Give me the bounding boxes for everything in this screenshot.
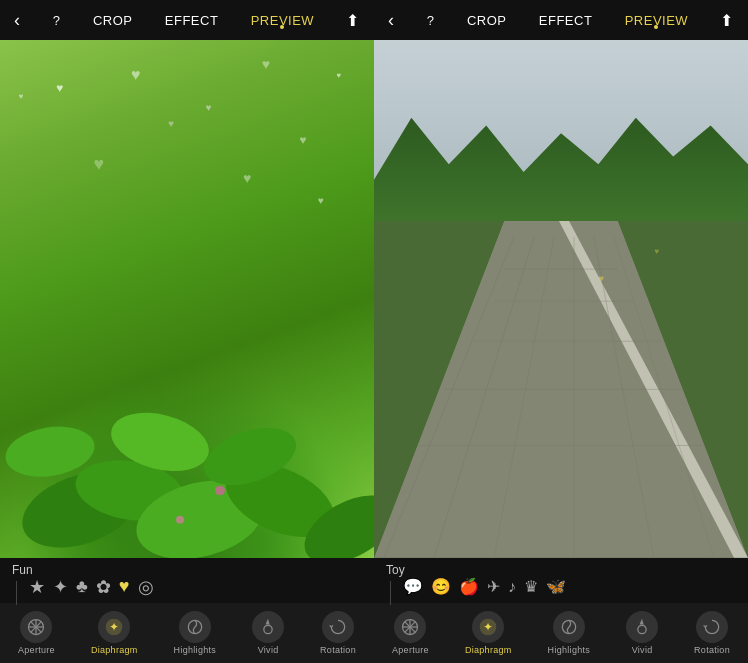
left-effect-btn[interactable]: EFFECT xyxy=(159,9,225,32)
right-filter-crown[interactable]: ♛ xyxy=(524,577,538,596)
right-panel: ‹ ? CROP EFFECT PREVIEW ⬆ xyxy=(374,0,748,663)
right-filter-apple[interactable]: 🍎 xyxy=(459,577,479,596)
right-tool-highlights[interactable]: Highlights xyxy=(548,611,591,655)
right-diaphragm-label: Diaphragm xyxy=(465,645,512,655)
left-panel: ‹ ? CROP EFFECT PREVIEW ⬆ ♥ ♥ ♥ ♥ ♥ ♥ ♥ xyxy=(0,0,374,663)
left-highlights-icon xyxy=(179,611,211,643)
left-top-nav: ‹ ? CROP EFFECT PREVIEW ⬆ xyxy=(0,0,374,40)
left-filter-club[interactable]: ♣ xyxy=(76,576,88,597)
left-rotation-label: Rotation xyxy=(320,645,356,655)
right-preview-btn[interactable]: PREVIEW xyxy=(619,9,694,32)
left-crop-btn[interactable]: CROP xyxy=(87,9,139,32)
right-rotation-label: Rotation xyxy=(694,645,730,655)
right-aperture-icon xyxy=(394,611,426,643)
right-effect-btn[interactable]: EFFECT xyxy=(533,9,599,32)
left-preview-btn[interactable]: PREVIEW xyxy=(245,9,320,32)
left-vivid-label: Vivid xyxy=(258,645,279,655)
right-tool-diaphragm[interactable]: ✦ Diaphragm xyxy=(465,611,512,655)
left-diaphragm-label: Diaphragm xyxy=(91,645,138,655)
left-highlights-label: Highlights xyxy=(174,645,217,655)
right-vivid-label: Vivid xyxy=(632,645,653,655)
left-aperture-icon xyxy=(20,611,52,643)
right-tool-aperture[interactable]: Aperture xyxy=(392,611,429,655)
right-vivid-icon xyxy=(626,611,658,643)
left-preview-dot xyxy=(280,25,284,29)
right-highlights-label: Highlights xyxy=(548,645,591,655)
left-aperture-label: Aperture xyxy=(18,645,55,655)
left-filter-star[interactable]: ★ xyxy=(29,576,45,598)
right-rotation-icon xyxy=(696,611,728,643)
right-share-btn[interactable]: ⬆ xyxy=(714,7,740,34)
right-filter-plane[interactable]: ✈ xyxy=(487,577,500,596)
svg-line-24 xyxy=(494,237,554,558)
right-filter-label: Toy xyxy=(386,563,405,577)
right-filter-divider xyxy=(390,581,391,605)
left-tool-aperture[interactable]: Aperture xyxy=(18,611,55,655)
left-filter-flower[interactable]: ✿ xyxy=(96,576,111,598)
right-filter-butterfly[interactable]: 🦋 xyxy=(546,577,566,596)
right-image: ♥ ♥ xyxy=(374,40,748,558)
right-highlights-icon xyxy=(553,611,585,643)
left-filter-divider xyxy=(16,581,17,605)
svg-text:✦: ✦ xyxy=(483,620,493,633)
left-back-btn[interactable]: ‹ xyxy=(8,6,27,35)
left-filter-drop[interactable]: ◎ xyxy=(138,576,154,598)
right-crop-btn[interactable]: CROP xyxy=(461,9,513,32)
right-filter-icons: 💬 😊 🍎 ✈ ♪ ♛ 🦋 xyxy=(382,569,566,605)
right-preview-dot xyxy=(654,25,658,29)
left-diaphragm-icon: ✦ xyxy=(98,611,130,643)
left-tool-highlights[interactable]: Highlights xyxy=(174,611,217,655)
right-back-btn[interactable]: ‹ xyxy=(382,6,401,35)
right-filter-bubble[interactable]: 💬 xyxy=(403,577,423,596)
left-tool-diaphragm[interactable]: ✦ Diaphragm xyxy=(91,611,138,655)
left-filter-label: Fun xyxy=(12,563,33,577)
svg-line-22 xyxy=(384,237,514,558)
svg-line-26 xyxy=(594,237,654,558)
svg-line-27 xyxy=(614,237,714,558)
right-tool-vivid[interactable]: Vivid xyxy=(626,611,658,655)
right-help-btn[interactable]: ? xyxy=(421,9,441,32)
left-share-btn[interactable]: ⬆ xyxy=(340,7,366,34)
svg-text:✦: ✦ xyxy=(109,620,119,633)
left-tools-bar: Aperture ✦ Diaphragm Highlights xyxy=(0,603,374,663)
svg-point-43 xyxy=(638,625,646,633)
left-tool-rotation[interactable]: Rotation xyxy=(320,611,356,655)
right-top-nav: ‹ ? CROP EFFECT PREVIEW ⬆ xyxy=(374,0,748,40)
left-vivid-icon xyxy=(252,611,284,643)
left-filter-bar: Fun ★ ✦ ♣ ✿ ♥ ◎ xyxy=(0,558,374,603)
left-tool-vivid[interactable]: Vivid xyxy=(252,611,284,655)
right-filter-bar: Toy 💬 😊 🍎 ✈ ♪ ♛ 🦋 xyxy=(374,558,748,603)
left-rotation-icon xyxy=(322,611,354,643)
left-image: ♥ ♥ ♥ ♥ ♥ ♥ ♥ ♥ ♥ ♥ ♥ xyxy=(0,40,374,558)
right-diaphragm-icon: ✦ xyxy=(472,611,504,643)
left-filter-heart[interactable]: ♥ xyxy=(119,576,130,597)
right-filter-smile[interactable]: 😊 xyxy=(431,577,451,596)
svg-line-23 xyxy=(434,237,534,558)
left-clover-layer xyxy=(0,195,374,558)
right-tool-rotation[interactable]: Rotation xyxy=(694,611,730,655)
svg-point-18 xyxy=(264,625,272,633)
left-filter-sparkle[interactable]: ✦ xyxy=(53,576,68,598)
right-tools-bar: Aperture ✦ Diaphragm Highlights xyxy=(374,603,748,663)
right-filter-note[interactable]: ♪ xyxy=(508,578,516,596)
left-help-btn[interactable]: ? xyxy=(47,9,67,32)
right-aperture-label: Aperture xyxy=(392,645,429,655)
